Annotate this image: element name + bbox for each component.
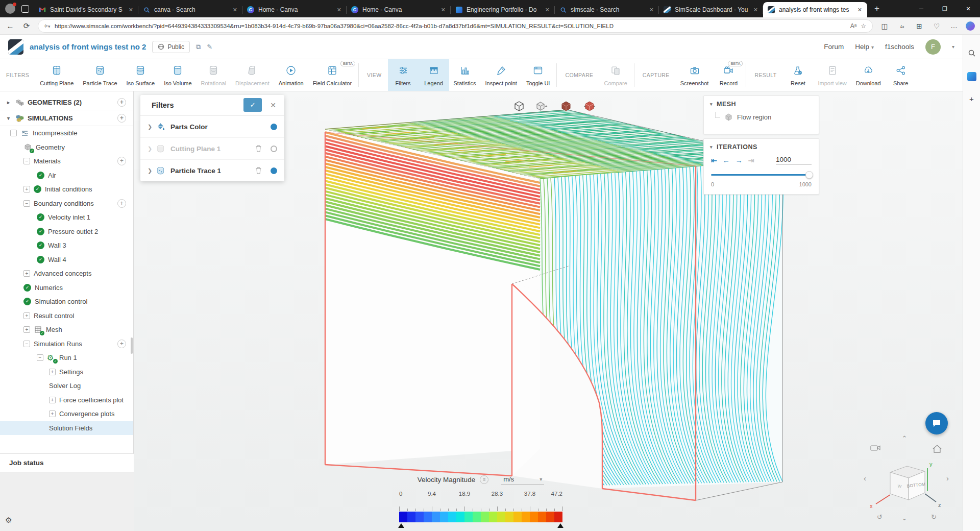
visibility-pill[interactable]: Public [152, 41, 190, 53]
tree-item-wall-3[interactable]: ✓Wall 3 [0, 238, 133, 253]
add-button[interactable]: + [117, 98, 126, 107]
expand-icon[interactable]: + [23, 270, 30, 277]
favorites-bar-icon[interactable]: ⭟ [896, 22, 908, 30]
iso-volume-button[interactable]: Iso Volume [159, 59, 196, 91]
download-button[interactable]: Download [851, 59, 886, 91]
tree-item-incompressible[interactable]: −Incompressible [0, 126, 133, 140]
tree-item-numerics[interactable]: ✓Numerics [0, 281, 133, 295]
collapse-icon[interactable]: − [23, 341, 30, 347]
expand-icon[interactable]: + [23, 186, 30, 192]
tab-close-icon[interactable]: ✕ [752, 7, 759, 13]
new-tab-button[interactable]: + [867, 0, 887, 17]
tab-close-icon[interactable]: ✕ [648, 7, 655, 13]
collapse-icon[interactable]: − [23, 200, 30, 207]
address-bar[interactable]: 🗝 https://www.simscale.com/workbench/?pi… [38, 19, 873, 33]
account-chevron-icon[interactable]: ▾ [952, 44, 954, 50]
delete-icon[interactable] [255, 144, 262, 153]
legend-unit-select[interactable]: m/s▾ [501, 474, 544, 485]
filters-button[interactable]: Filters [388, 59, 419, 91]
tree-item-settings[interactable]: +Settings [0, 365, 133, 379]
tree-item-boundary-conditions[interactable]: −Boundary conditions+ [0, 197, 133, 211]
tab-close-icon[interactable]: ✕ [544, 7, 551, 13]
iterations-panel-header[interactable]: ▾ ITERATIONS [704, 139, 819, 154]
chevron-right-icon[interactable]: ❯ [148, 167, 154, 174]
iso-surface-button[interactable]: Iso Surface [122, 59, 160, 91]
window-close-button[interactable]: ✕ [957, 0, 980, 17]
edit-title-icon[interactable]: ✎ [207, 43, 212, 51]
copilot-icon[interactable] [966, 21, 975, 31]
gizmo-cube[interactable]: BOTTOM W [890, 466, 925, 500]
rotational-button[interactable]: Rotational [197, 59, 231, 91]
collections-icon[interactable]: ⊞ [914, 22, 925, 30]
tree-item-solver-log[interactable]: Solver Log [0, 379, 133, 393]
share-button[interactable]: Share [886, 59, 916, 91]
add-button[interactable]: + [117, 157, 126, 165]
tree-item-geometry[interactable]: ✓Geometry [0, 140, 133, 155]
tab-actions-icon[interactable] [21, 5, 29, 13]
favorite-star-icon[interactable]: ☆ [861, 22, 866, 30]
displacement-button[interactable]: Displacement [231, 59, 274, 91]
tree-item-result-control[interactable]: +Result control [0, 309, 133, 323]
legend-button[interactable]: Legend [419, 59, 449, 91]
visibility-toggle[interactable] [271, 124, 277, 130]
chevron-down-icon[interactable]: ▾ [5, 115, 12, 121]
tab-close-icon[interactable]: ✕ [232, 7, 238, 13]
legend-color-bar[interactable] [399, 512, 562, 522]
tab-close-icon[interactable]: ✕ [440, 7, 447, 13]
gizmo-home-icon[interactable] [933, 445, 941, 452]
tree-item-mesh[interactable]: +✓Mesh [0, 323, 133, 337]
iteration-value-input[interactable]: 1000 [776, 156, 812, 165]
mesh-flow-region-item[interactable]: Flow region [704, 111, 819, 122]
gizmo-rotate-ccw-icon[interactable]: ↺ [877, 513, 883, 521]
browser-tab[interactable]: simscale - Search✕ [555, 2, 659, 17]
browser-profile-icon[interactable] [5, 4, 15, 14]
legend-min-marker[interactable] [398, 523, 404, 528]
add-button[interactable]: + [117, 340, 126, 348]
expand-icon[interactable]: + [23, 312, 30, 319]
gizmo-camera-icon[interactable] [871, 446, 880, 450]
view-mode-dropdown-icon[interactable] [535, 99, 550, 114]
copy-project-icon[interactable]: ⧉ [196, 43, 201, 51]
split-screen-icon[interactable]: ◫ [879, 22, 890, 30]
browser-tab[interactable]: canva - Search✕ [138, 2, 242, 17]
gizmo-left-chevron[interactable]: ‹ [864, 474, 866, 482]
legend-max-marker[interactable] [557, 523, 564, 528]
reset-button[interactable]: Reset [782, 59, 813, 91]
tree-item-air[interactable]: ✓Air [0, 168, 133, 183]
visibility-toggle[interactable] [271, 146, 277, 152]
window-minimize-button[interactable]: ─ [910, 0, 933, 17]
import-view-button[interactable]: Import view [813, 59, 851, 91]
sidebar-m365-icon[interactable] [967, 72, 976, 81]
tree-item-pressure-outlet-2[interactable]: ✓Pressure outlet 2 [0, 225, 133, 239]
isometric-view-icon[interactable] [511, 99, 527, 114]
tree-item-advanced-concepts[interactable]: +Advanced concepts [0, 267, 133, 281]
gizmo-up-chevron[interactable]: ⌃ [902, 435, 908, 442]
inspect-point-button[interactable]: Inspect point [481, 59, 522, 91]
browser-tab[interactable]: analysis of front wings tes✕ [763, 2, 867, 17]
record-button[interactable]: BETARecord [713, 59, 744, 91]
browser-tab[interactable]: SimScale Dashboard - You✕ [659, 2, 763, 17]
tree-item-simulations[interactable]: ▾SIMULATIONS+ [0, 110, 133, 126]
tab-close-icon[interactable]: ✕ [856, 7, 863, 13]
slider-knob[interactable] [805, 171, 813, 179]
browser-tab[interactable]: Engineering Portfolio - Do✕ [451, 2, 555, 17]
filter-row-parts-color[interactable]: ❯Parts Color [140, 115, 284, 137]
browser-tab[interactable]: CHome - Canva✕ [242, 2, 347, 17]
gizmo-down-chevron[interactable]: ⌄ [902, 514, 908, 522]
tree-item-geometries-2-[interactable]: ▸GEOMETRIES (2)+ [0, 94, 133, 110]
browser-tab[interactable]: Saint David's Secondary S✕ [34, 2, 138, 17]
tree-item-velocity-inlet-1[interactable]: ✓Velocity inlet 1 [0, 210, 133, 225]
read-aloud-icon[interactable]: Aᵃ [850, 22, 856, 30]
tree-item-convergence-plots[interactable]: +Convergence plots [0, 407, 133, 421]
collapse-icon[interactable]: − [10, 130, 17, 136]
tree-item-materials[interactable]: −Materials+ [0, 154, 133, 168]
browser-essentials-icon[interactable]: ♡ [931, 22, 942, 30]
chevron-right-icon[interactable]: ❯ [148, 146, 154, 152]
field-calculator-button[interactable]: BETAField Calculator [308, 59, 356, 91]
legend-options-icon[interactable]: ≡ [480, 475, 488, 484]
cutting-plane-button[interactable]: Cutting Plane [35, 59, 78, 91]
particle-trace-button[interactable]: Particle Trace [78, 59, 121, 91]
chevron-right-icon[interactable]: ▸ [5, 100, 12, 105]
filters-apply-button[interactable]: ✓ [243, 98, 262, 112]
previous-iteration-button[interactable]: ← [723, 156, 730, 164]
